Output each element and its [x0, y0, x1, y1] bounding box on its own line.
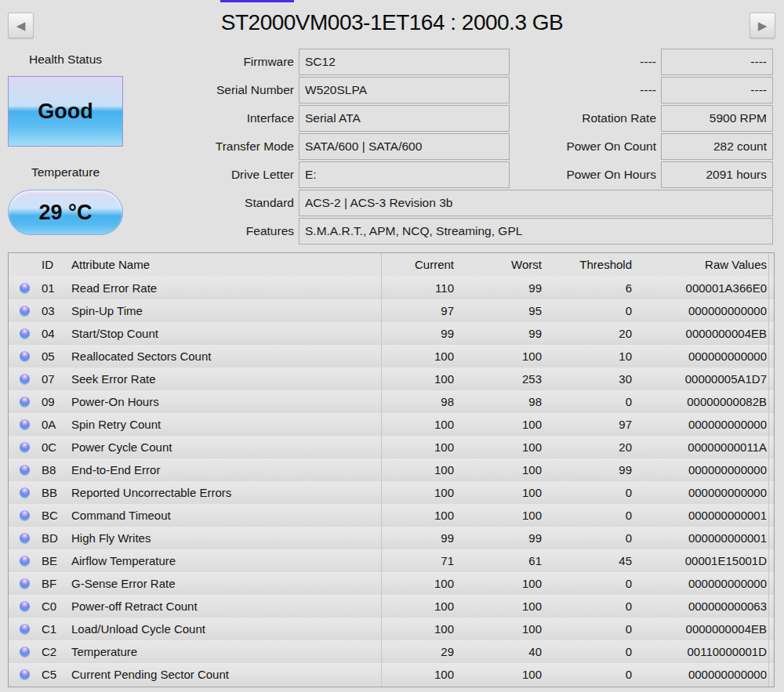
status-good-dot-icon	[20, 669, 30, 679]
cell-name: Reallocated Sectors Count	[64, 345, 381, 368]
cell-id: BC	[32, 504, 64, 527]
page-title: ST2000VM003-1ET164 : 2000.3 GB	[0, 10, 784, 35]
status-good-dot-icon	[20, 556, 30, 566]
power-on-hours-value: 2091 hours	[661, 161, 773, 188]
table-row[interactable]: BFG-Sense Error Rate1001000000000000000	[9, 572, 774, 595]
status-cell	[9, 481, 32, 504]
cell-raw: 000000000000	[632, 299, 767, 322]
temperature-button[interactable]: 29 °C	[8, 190, 123, 235]
table-row[interactable]: C0Power-off Retract Count100100000000000…	[9, 595, 774, 618]
table-row[interactable]: 09Power-On Hours9898000000000082B	[9, 390, 774, 413]
cell-current: 110	[381, 277, 454, 299]
cell-worst: 100	[454, 436, 542, 458]
table-row[interactable]: C5Current Pending Sector Count1001000000…	[9, 663, 774, 686]
status-good-dot-icon	[20, 306, 30, 316]
raw-values-column-header: Raw Values	[632, 253, 767, 277]
cell-id: 07	[32, 368, 64, 390]
firmware-value: SC12	[299, 49, 510, 75]
cell-worst: 61	[454, 549, 542, 572]
table-row[interactable]: BEAirflow Temperature71614500001E15001D	[9, 549, 774, 572]
cell-id: 05	[32, 345, 64, 368]
cell-name: G-Sense Error Rate	[64, 572, 381, 595]
cell-current: 100	[381, 595, 454, 618]
table-row[interactable]: 01Read Error Rate110996000001A366E0	[9, 277, 774, 299]
status-good-dot-icon	[20, 533, 30, 543]
cell-worst: 100	[454, 458, 542, 481]
status-cell	[9, 368, 32, 390]
health-status-label: Health Status	[5, 53, 126, 67]
cell-worst: 95	[454, 299, 542, 322]
cell-raw: 0000000004EB	[632, 618, 767, 640]
table-row[interactable]: BCCommand Timeout1001000000000000001	[9, 504, 774, 527]
serial-number-label: Serial Number	[110, 77, 294, 103]
hidden-field-1-value: ----	[661, 49, 773, 75]
cell-raw: 000000000001	[632, 527, 767, 549]
table-row[interactable]: C2Temperature2940000110000001D	[9, 640, 774, 663]
cell-id: 0A	[32, 413, 64, 436]
interface-value: Serial ATA	[299, 105, 510, 132]
cell-current: 99	[381, 322, 454, 345]
status-cell	[9, 277, 32, 299]
health-status-value: Good	[38, 100, 93, 124]
cell-worst: 100	[454, 345, 542, 368]
table-row[interactable]: 03Spin-Up Time97950000000000000	[9, 299, 774, 322]
drive-letter-value: E:	[299, 161, 510, 188]
rotation-rate-label: Rotation Rate	[502, 105, 656, 132]
cell-raw: 000000000000	[632, 413, 767, 436]
worst-column-header: Worst	[454, 253, 542, 277]
cell-id: C2	[32, 640, 64, 663]
temperature-label: Temperature	[5, 165, 126, 179]
table-row[interactable]: 05Reallocated Sectors Count1001001000000…	[9, 345, 774, 368]
cell-raw: 00110000001D	[632, 640, 767, 663]
cell-worst: 253	[454, 368, 542, 390]
cell-current: 100	[381, 458, 454, 481]
transfer-mode-value: SATA/600 | SATA/600	[299, 133, 510, 160]
health-status-button[interactable]: Good	[8, 76, 123, 147]
cell-name: Temperature	[64, 640, 381, 663]
cell-threshold: 0	[542, 618, 632, 640]
cell-name: Power-off Retract Count	[64, 595, 381, 618]
power-on-hours-label: Power On Hours	[502, 161, 656, 188]
cell-id: BF	[32, 572, 64, 595]
table-row[interactable]: 07Seek Error Rate1002533000000005A1D7	[9, 368, 774, 390]
cell-current: 100	[381, 504, 454, 527]
cell-raw: 00001E15001D	[632, 549, 767, 572]
table-row[interactable]: C1Load/Unload Cycle Count100100000000000…	[9, 618, 774, 640]
cell-worst: 40	[454, 640, 542, 663]
rotation-rate-value: 5900 RPM	[661, 105, 773, 132]
status-good-dot-icon	[20, 624, 30, 634]
next-disk-button[interactable]: ▶	[750, 13, 775, 38]
cell-name: Spin Retry Count	[64, 413, 381, 436]
cell-current: 100	[381, 663, 454, 686]
cell-threshold: 6	[542, 277, 632, 299]
status-good-dot-icon	[20, 397, 30, 407]
cell-id: C0	[32, 595, 64, 618]
cell-current: 71	[381, 549, 454, 572]
features-label: Features	[110, 218, 294, 245]
table-row[interactable]: 04Start/Stop Count9999200000000004EB	[9, 322, 774, 345]
cell-name: Spin-Up Time	[64, 299, 381, 322]
cell-current: 100	[381, 345, 454, 368]
table-row[interactable]: BDHigh Fly Writes99990000000000001	[9, 527, 774, 549]
table-row[interactable]: 0ASpin Retry Count10010097000000000000	[9, 413, 774, 436]
cell-worst: 99	[454, 322, 542, 345]
firmware-label: Firmware	[110, 49, 294, 75]
cell-threshold: 20	[542, 322, 632, 345]
status-cell	[9, 572, 32, 595]
status-good-dot-icon	[20, 487, 30, 498]
column-divider	[768, 253, 769, 687]
cell-id: 0C	[32, 436, 64, 458]
cell-name: Reported Uncorrectable Errors	[64, 481, 381, 504]
current-column-header: Current	[381, 253, 454, 277]
status-good-dot-icon	[20, 442, 30, 452]
table-row[interactable]: 0CPower Cycle Count1001002000000000011A	[9, 436, 774, 458]
status-cell	[9, 458, 32, 481]
table-row[interactable]: B8End-to-End Error10010099000000000000	[9, 458, 774, 481]
status-cell	[9, 504, 32, 527]
table-body: 01Read Error Rate110996000001A366E003Spi…	[9, 277, 774, 686]
table-row[interactable]: BBReported Uncorrectable Errors100100000…	[9, 481, 774, 504]
cell-id: 01	[32, 277, 64, 299]
cell-current: 100	[381, 413, 454, 436]
column-divider	[381, 253, 382, 687]
cell-name: Power-On Hours	[64, 390, 381, 413]
